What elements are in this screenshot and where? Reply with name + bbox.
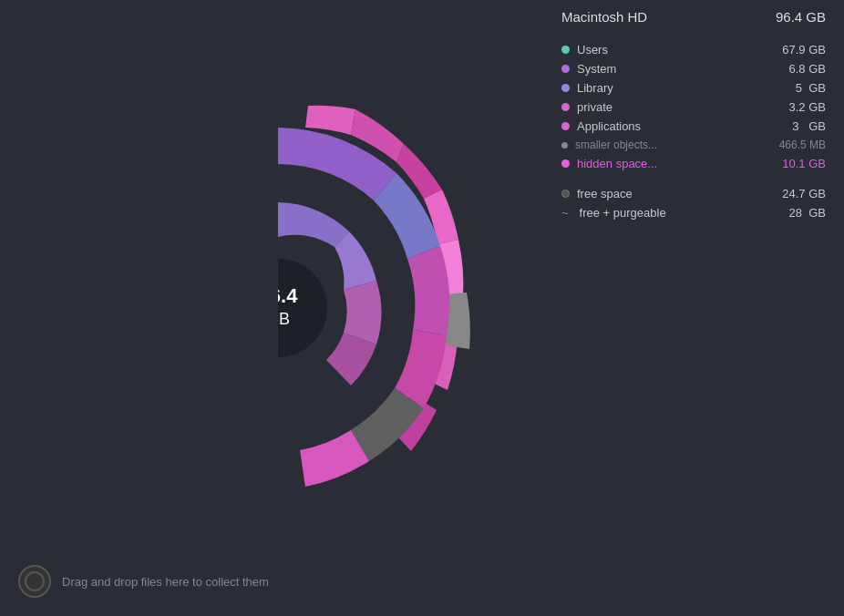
smaller-value: 466.5 MB [779, 139, 826, 151]
applications-dot [561, 122, 570, 130]
legend-item-system[interactable]: System 6.8 GB [561, 62, 826, 76]
legend-item-applications[interactable]: Applications 3 GB [561, 119, 826, 133]
smaller-dot [561, 142, 568, 149]
users-value: 67.9 GB [782, 43, 826, 56]
drop-circle-inner [25, 571, 45, 591]
applications-value: 3 GB [792, 119, 826, 133]
free-space-dot [561, 190, 570, 198]
purgeable-label: free + purgeable [580, 206, 666, 220]
system-dot [561, 65, 570, 73]
hidden-dot [561, 159, 570, 168]
legend-item-private[interactable]: private 3.2 GB [561, 100, 826, 114]
drop-text: Drag and drop files here to collect them [62, 575, 269, 589]
disk-name: Macintosh HD [561, 9, 647, 25]
disk-title-row: Macintosh HD 96.4 GB [561, 9, 826, 28]
hidden-value: 10.1 GB [782, 157, 826, 170]
private-value: 3.2 GB [789, 100, 826, 114]
legend-item-free-space[interactable]: free space 24.7 GB [561, 187, 826, 200]
disk-size: 96.4 GB [776, 9, 826, 25]
applications-label: Applications [577, 119, 641, 133]
legend-item-library[interactable]: Library 5 GB [561, 81, 826, 95]
legend-item-smaller[interactable]: smaller objects... 466.5 MB [561, 139, 826, 151]
users-label: Users [577, 43, 608, 56]
free-space-value: 24.7 GB [782, 187, 826, 200]
legend-item-users[interactable]: Users 67.9 GB [561, 43, 826, 56]
purgeable-value: 28 GB [789, 206, 826, 220]
chart-area: 96.4 GB [0, 0, 510, 616]
svg-rect-4 [46, 71, 278, 545]
users-dot [561, 46, 570, 54]
system-value: 6.8 GB [789, 62, 826, 76]
purgeable-prefix: ~ [561, 206, 569, 220]
library-value: 5 GB [796, 81, 826, 95]
legend-divider [561, 176, 826, 187]
private-label: private [577, 100, 612, 114]
hidden-label: hidden space... [577, 157, 657, 170]
legend-area: Macintosh HD 96.4 GB Users 67.9 GB Syste… [561, 9, 826, 225]
system-label: System [577, 62, 616, 76]
sunburst-chart: 96.4 GB [46, 35, 510, 581]
legend-item-hidden[interactable]: hidden space... 10.1 GB [561, 157, 826, 170]
smaller-label: smaller objects... [575, 139, 657, 151]
library-label: Library [577, 81, 613, 95]
private-dot [561, 103, 570, 111]
free-space-label: free space [577, 187, 633, 200]
library-dot [561, 84, 570, 92]
legend-item-free-purgeable[interactable]: ~ free + purgeable 28 GB [561, 206, 826, 220]
drop-circle [18, 565, 51, 598]
main-container: 96.4 GB Macintosh HD 96.4 GB Users 67.9 … [0, 0, 844, 616]
drop-area[interactable]: Drag and drop files here to collect them [18, 565, 269, 598]
